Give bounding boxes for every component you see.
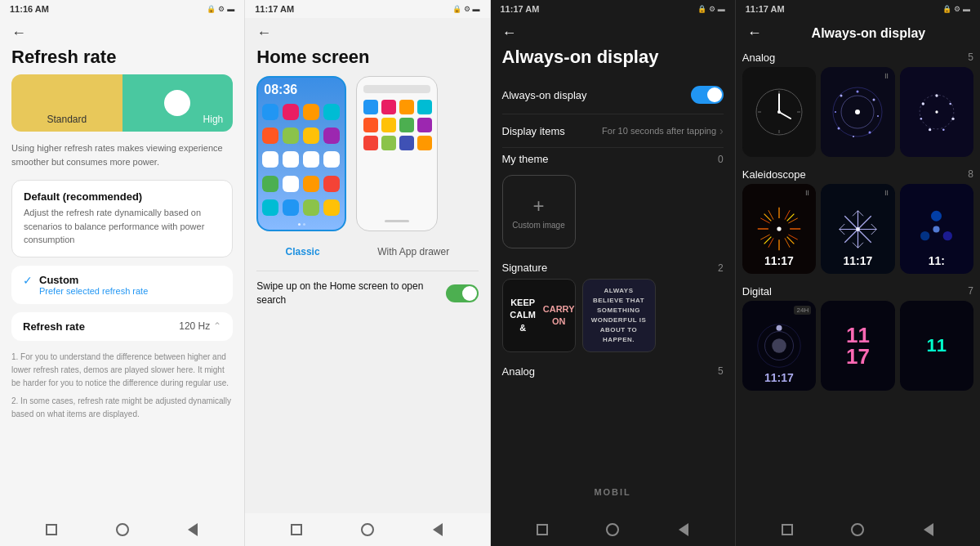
kaleido-badge-1: ⏸ bbox=[804, 189, 811, 197]
custom-image-box[interactable]: + Custom image bbox=[502, 175, 576, 248]
back-button-1[interactable]: ← bbox=[11, 25, 26, 42]
svg-point-17 bbox=[840, 95, 843, 97]
sig-card-1[interactable]: KEEP CALM&CARRYON bbox=[502, 279, 576, 352]
aod-title: Always-on display bbox=[502, 47, 659, 67]
svg-point-57 bbox=[856, 227, 860, 231]
tab-drawer[interactable]: With App drawer bbox=[369, 243, 457, 261]
back-button-2[interactable]: ← bbox=[256, 25, 271, 42]
plain-icon-10 bbox=[381, 136, 396, 150]
content-1: Standard High Using higher refresh rates… bbox=[0, 74, 244, 513]
kaleido-card-2[interactable]: 11:17 ⏸ bbox=[821, 184, 894, 274]
app-icon-5 bbox=[262, 128, 278, 144]
kaleido-card-3[interactable]: 11: bbox=[900, 184, 973, 274]
analog-card-3[interactable] bbox=[900, 67, 973, 157]
refresh-rate-visual[interactable]: Standard High bbox=[11, 74, 233, 132]
nav-recents-2[interactable] bbox=[288, 521, 305, 538]
home-screen-title: Home screen bbox=[256, 47, 369, 67]
nav-back-4[interactable] bbox=[920, 521, 937, 538]
settings-icon-2: ⚙ bbox=[464, 5, 470, 13]
status-icons-2: 🔒 ⚙ ▬ bbox=[452, 5, 480, 13]
plain-icon-9 bbox=[363, 136, 378, 150]
app-icon-13 bbox=[262, 176, 278, 192]
svg-line-52 bbox=[871, 229, 877, 235]
nav-back-1[interactable] bbox=[185, 521, 201, 538]
display-items-row[interactable]: Display items For 10 seconds after tappi… bbox=[502, 114, 724, 148]
lock-icon-3: 🔒 bbox=[697, 5, 706, 13]
app-icon-18 bbox=[283, 199, 299, 216]
plain-icon-6 bbox=[381, 118, 396, 132]
search-toggle[interactable] bbox=[446, 284, 479, 302]
svg-line-29 bbox=[787, 214, 795, 222]
header-4: ← Always-on display bbox=[736, 18, 980, 47]
nav-home-1[interactable] bbox=[114, 521, 131, 538]
search-toggle-row: Swipe up on the Home screen to open sear… bbox=[256, 280, 478, 307]
svg-line-55 bbox=[840, 229, 845, 235]
sig-card-2[interactable]: ALWAYS BELIEVE THAT SOMETHING WONDERFUL … bbox=[582, 279, 656, 352]
panel-aod: 11:17 AM 🔒 ⚙ ▬ ← Always-on display Alway… bbox=[491, 0, 736, 546]
app-icon-9 bbox=[262, 151, 278, 168]
custom-option-card[interactable]: ✓ Custom Prefer selected refresh rate bbox=[11, 266, 233, 304]
nav-recents-4[interactable] bbox=[779, 521, 795, 538]
nav-bar-3 bbox=[491, 513, 735, 546]
plain-top-bar bbox=[363, 85, 430, 93]
app-icon-8 bbox=[323, 128, 340, 144]
analog-catalog-grid: ⏸ bbox=[742, 67, 973, 157]
nav-recents-1[interactable] bbox=[43, 521, 60, 538]
my-theme-count: 0 bbox=[718, 154, 724, 165]
refresh-rate-row[interactable]: Refresh rate 120 Hz ⌃ bbox=[11, 312, 233, 341]
svg-point-20 bbox=[935, 94, 938, 96]
app-icon-15 bbox=[303, 176, 319, 192]
svg-point-13 bbox=[869, 132, 871, 134]
default-option-card[interactable]: Default (recommended) Adjust the refresh… bbox=[11, 180, 233, 257]
back-button-3[interactable]: ← bbox=[502, 25, 517, 42]
starburst-svg bbox=[751, 200, 808, 257]
settings-icon-4: ⚙ bbox=[954, 5, 960, 13]
nav-bar-2 bbox=[245, 513, 489, 546]
kaleido-time-3: 11: bbox=[929, 254, 945, 267]
high-option[interactable]: High bbox=[122, 74, 234, 132]
refresh-description: Using higher refresh rates makes viewing… bbox=[11, 141, 233, 168]
search-toggle-label: Swipe up on the Home screen to open sear… bbox=[256, 280, 445, 307]
digital-card-1[interactable]: 24H 11:17 bbox=[742, 301, 816, 391]
analog-card-1[interactable] bbox=[742, 67, 816, 157]
status-icons-4: 🔒 ⚙ ▬ bbox=[942, 5, 970, 13]
refresh-footnote: 1. For you to understand the difference … bbox=[11, 351, 233, 421]
lock-icon-4: 🔒 bbox=[942, 5, 951, 13]
digital-card-3[interactable]: 11 bbox=[900, 301, 973, 391]
plain-icon-3 bbox=[399, 100, 414, 114]
classic-phone-preview[interactable]: 08:36 bbox=[256, 76, 346, 231]
kaleido-card-1[interactable]: 11:17 ⏸ bbox=[742, 184, 816, 274]
nav-back-2[interactable] bbox=[430, 521, 446, 538]
app-grid-classic bbox=[262, 104, 341, 220]
nav-home-4[interactable] bbox=[849, 521, 866, 538]
app-icon-19 bbox=[303, 199, 319, 216]
nav-recents-3[interactable] bbox=[534, 521, 550, 538]
panel-home-screen: 11:17 AM 🔒 ⚙ ▬ ← Home screen 08:36 bbox=[245, 0, 490, 546]
digital-catalog-grid: 24H 11:17 1117 11 bbox=[742, 301, 973, 391]
standard-option[interactable]: Standard bbox=[11, 74, 122, 132]
lock-icon-1: 🔒 bbox=[207, 5, 216, 13]
digital-big-time: 1117 bbox=[846, 324, 870, 367]
settings-icon-3: ⚙ bbox=[709, 5, 715, 13]
tab-classic[interactable]: Classic bbox=[278, 243, 328, 261]
nav-back-3[interactable] bbox=[675, 521, 692, 538]
nav-home-3[interactable] bbox=[604, 521, 621, 538]
svg-line-31 bbox=[787, 237, 795, 244]
home-screen-previews: 08:36 bbox=[256, 76, 478, 231]
lock-icon-2: 🔒 bbox=[452, 5, 461, 13]
drawer-phone-preview[interactable] bbox=[356, 76, 438, 231]
battery-icon-4: ▬ bbox=[963, 5, 970, 13]
header-1: ← bbox=[0, 18, 244, 47]
aod-toggle[interactable] bbox=[691, 86, 724, 104]
status-time-4: 11:17 AM bbox=[746, 4, 785, 14]
analog-card-2[interactable]: ⏸ bbox=[821, 67, 894, 157]
svg-line-50 bbox=[858, 210, 863, 216]
nav-home-2[interactable] bbox=[359, 521, 376, 538]
svg-line-54 bbox=[853, 242, 858, 248]
status-bar-3: 11:17 AM 🔒 ⚙ ▬ bbox=[491, 0, 735, 18]
aod-toggle-row: Always-on display bbox=[502, 76, 724, 114]
svg-point-25 bbox=[920, 118, 922, 120]
digital-card-2[interactable]: 1117 bbox=[821, 301, 894, 391]
default-option-desc: Adjust the refresh rate dynamically base… bbox=[24, 206, 220, 247]
back-button-4[interactable]: ← bbox=[747, 25, 762, 42]
